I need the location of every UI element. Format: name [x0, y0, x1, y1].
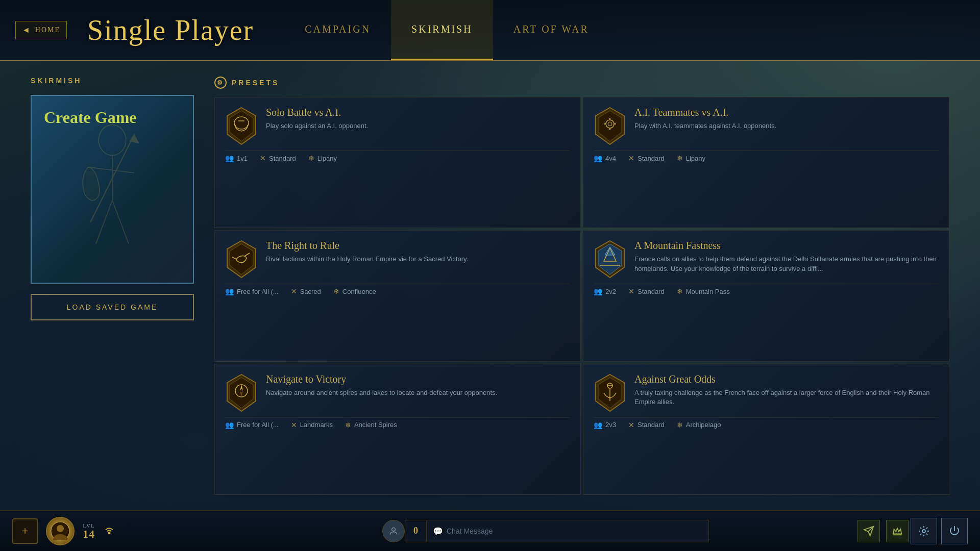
- back-arrow-icon: ◄: [22, 26, 31, 35]
- meta-type-mountain: ✕ Standard: [628, 287, 665, 295]
- header: ◄ HOME Single Player CAMPAIGN SKIRMISH A…: [0, 0, 980, 61]
- preset-right-to-rule[interactable]: The Right to Rule Rival factions within …: [214, 230, 581, 361]
- send-button[interactable]: [857, 520, 880, 542]
- preset-badge-rule: [225, 240, 258, 279]
- bottom-center: 0 💬: [124, 520, 968, 542]
- preset-mountain-fastness[interactable]: A Mountain Fastness France calls on alli…: [583, 230, 949, 361]
- chat-area: 0 💬: [382, 520, 709, 542]
- chat-profile-icon: [382, 520, 405, 542]
- bottom-bar: + LVL 14: [0, 510, 980, 551]
- create-game-title: Create Game: [44, 108, 137, 127]
- preset-title-navigate: Navigate to Victory: [266, 373, 570, 385]
- meta-type-rule: ✕ Sacred: [291, 287, 321, 295]
- chat-input-wrapper: 💬: [427, 520, 709, 542]
- svg-point-21: [57, 525, 64, 532]
- bottom-left: + LVL 14: [12, 517, 115, 545]
- svg-point-25: [922, 530, 925, 533]
- meta-type-odds: ✕ Standard: [628, 421, 665, 429]
- preset-badge-mountain: [594, 240, 626, 279]
- presets-label: ⚙ PRESETS: [214, 77, 949, 89]
- preset-title-solo: Solo Battle vs A.I.: [266, 107, 570, 118]
- preset-desc-mountain: France calls on allies to help them defe…: [634, 255, 939, 273]
- preset-desc-navigate: Navigate around ancient spires and lakes…: [266, 388, 570, 397]
- power-button[interactable]: [941, 518, 968, 544]
- svg-marker-6: [130, 135, 138, 143]
- preset-desc-rule: Rival factions within the Holy Roman Emp…: [266, 255, 570, 264]
- create-game-card[interactable]: Create Game: [31, 95, 194, 284]
- load-saved-button[interactable]: LOAD SAVED GAME: [31, 294, 194, 320]
- tab-skirmish[interactable]: SKIRMISH: [391, 0, 493, 60]
- meta-players-solo: 👥 1v1: [225, 154, 248, 162]
- chat-message-icon: 💬: [433, 526, 443, 536]
- page-title: Single Player: [87, 14, 254, 46]
- meta-type-ai: ✕ Standard: [628, 154, 665, 162]
- home-button[interactable]: ◄ HOME: [15, 21, 67, 39]
- plus-button[interactable]: +: [12, 518, 38, 544]
- meta-type-navigate: ✕ Landmarks: [291, 421, 333, 429]
- meta-players-ai: 👥 4v4: [594, 154, 616, 162]
- presets-icon: ⚙: [214, 77, 227, 89]
- preset-title-mountain: A Mountain Fastness: [634, 240, 939, 252]
- tab-campaign[interactable]: CAMPAIGN: [284, 0, 391, 60]
- preset-ai-teammates[interactable]: A.I. Teammates vs A.I. Play with A.I. te…: [583, 97, 949, 228]
- meta-players-odds: 👥 2v3: [594, 421, 616, 429]
- meta-map-mountain: ❄ Mountain Pass: [677, 287, 730, 295]
- settings-button[interactable]: [911, 518, 937, 544]
- svg-line-4: [112, 200, 129, 244]
- bottom-right: [857, 520, 909, 542]
- preset-desc-ai: Play with A.I. teammates against A.I. op…: [634, 121, 939, 131]
- meta-players-navigate: 👥 Free for All (...: [225, 421, 279, 429]
- meta-map-solo: ❄ Lipany: [308, 154, 337, 162]
- meta-players-rule: 👥 Free for All (...: [225, 287, 279, 295]
- wifi-icon: [103, 523, 115, 538]
- preset-badge-navigate: [225, 373, 258, 412]
- meta-map-rule: ❄ Confluence: [333, 287, 376, 295]
- meta-map-ai: ❄ Lipany: [677, 154, 705, 162]
- svg-point-23: [392, 528, 396, 531]
- preset-badge-solo: [225, 107, 258, 145]
- preset-desc-odds: A truly taxing challenge as the French f…: [634, 388, 939, 407]
- preset-badge-odds: [594, 373, 626, 412]
- svg-point-0: [99, 125, 126, 156]
- preset-title-ai: A.I. Teammates vs A.I.: [634, 107, 939, 118]
- nav-tabs: CAMPAIGN SKIRMISH ART OF WAR: [284, 0, 609, 60]
- preset-desc-solo: Play solo against an A.I. opponent.: [266, 121, 570, 131]
- home-label: HOME: [35, 26, 60, 34]
- crown-button[interactable]: [886, 520, 909, 542]
- preset-badge-ai: [594, 107, 626, 145]
- chat-score: 0: [405, 520, 427, 542]
- meta-map-odds: ❄ Archipelago: [677, 421, 721, 429]
- right-panel: ⚙ PRESETS: [214, 77, 949, 495]
- presets-grid: Solo Battle vs A.I. Play solo against an…: [214, 97, 949, 495]
- corner-buttons: [911, 518, 968, 544]
- player-level: LVL 14: [83, 522, 95, 540]
- preset-navigate-victory[interactable]: Navigate to Victory Navigate around anci…: [214, 364, 581, 495]
- left-panel: SKIRMISH Create Game: [31, 77, 194, 495]
- meta-players-mountain: 👥 2v2: [594, 287, 616, 295]
- preset-great-odds[interactable]: Against Great Odds A truly taxing challe…: [583, 364, 949, 495]
- tab-art-of-war[interactable]: ART OF WAR: [493, 0, 609, 60]
- preset-title-odds: Against Great Odds: [634, 373, 939, 385]
- svg-point-22: [109, 532, 110, 534]
- meta-type-solo: ✕ Standard: [260, 154, 296, 162]
- chat-input[interactable]: [427, 520, 709, 542]
- meta-map-navigate: ❄ Ancient Spires: [345, 421, 397, 429]
- skirmish-section-label: SKIRMISH: [31, 77, 194, 85]
- player-avatar: [46, 517, 75, 545]
- preset-solo-battle[interactable]: Solo Battle vs A.I. Play solo against an…: [214, 97, 581, 228]
- preset-title-rule: The Right to Rule: [266, 240, 570, 252]
- main-content: SKIRMISH Create Game: [0, 61, 980, 510]
